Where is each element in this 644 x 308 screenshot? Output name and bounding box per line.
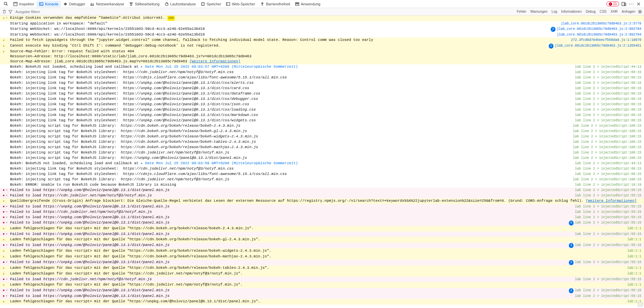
console-row[interactable]: Laden fehlgeschlagen für das <script> mi…: [0, 248, 644, 254]
console-row[interactable]: Bokeh: injecting script tag for BokehJS …: [0, 177, 644, 182]
console-row[interactable]: Bokeh: injecting script tag for BokehJS …: [0, 150, 644, 156]
source-location[interactable]: lab line 2 > injectedScript:55:15: [575, 205, 641, 208]
console-row[interactable]: Laden fehlgeschlagen für das <script> mi…: [0, 271, 644, 277]
source-location[interactable]: lab line 2 > injectedScript:66:15: [575, 76, 641, 79]
expand-arrow[interactable]: [6, 15, 9, 21]
tab-debugger[interactable]: Debugger: [61, 1, 88, 7]
expand-arrow[interactable]: [6, 193, 9, 198]
tab-pick[interactable]: [1, 1, 11, 7]
source-location[interactable]: lab line 2 > injectedScript:106:15: [573, 135, 641, 138]
tab-anwend[interactable]: Anwendung: [292, 1, 323, 7]
source-location[interactable]: lab line 2 > injectedScript:55:15: [575, 215, 641, 219]
console-row[interactable]: Bokeh: injecting link tag for BokehJS st…: [0, 75, 644, 80]
console-row[interactable]: Laden fehlgeschlagen für das <script> mi…: [0, 299, 644, 305]
filter-btn-anfragen[interactable]: Anfragen: [620, 9, 637, 14]
console-row[interactable]: Bokeh: injecting link tag for BokehJS st…: [0, 166, 644, 172]
console-row[interactable]: Quellübergreifende (Cross-Origin) Anfrag…: [0, 198, 644, 204]
console-row[interactable]: Laden fehlgeschlagen für das <script> mi…: [0, 254, 644, 260]
source-location[interactable]: jlab_core.081dc2b13065c79d8463.js:2:9827…: [557, 33, 641, 37]
tab-stil[interactable]: Stilbearbeitung: [126, 1, 162, 7]
filter-btn-log[interactable]: Log: [549, 9, 559, 14]
console-row[interactable]: Bokeh: injecting link tag for BokehJS st…: [0, 172, 644, 177]
source-location[interactable]: lab line 2 > injectedScript:55:15: [575, 278, 641, 281]
console-row[interactable]: Starting application in workspace: "defa…: [0, 21, 644, 26]
tab-netz[interactable]: Netzwerkanalyse: [88, 1, 126, 7]
console-row[interactable]: Failed to load https://unpkg.com/@holovi…: [0, 188, 644, 193]
source-location[interactable]: lab line 2 > injectedScript:44:13: [575, 65, 641, 69]
tab-lauf[interactable]: Laufzeitanalyse: [162, 1, 198, 7]
console-row[interactable]: Einige Cookies verwenden das empfohlene …: [0, 15, 644, 21]
expand-arrow[interactable]: [6, 243, 9, 248]
console-row[interactable]: Bokeh: injecting link tag for BokehJS st…: [0, 91, 644, 97]
source-location[interactable]: lab line 2 > injectedScript:55:15: [575, 232, 641, 236]
error-count-pill[interactable]: !21: [606, 1, 619, 6]
expand-arrow[interactable]: [6, 294, 9, 299]
source-location[interactable]: jlab_core.081dc2b13065c79d8463.js:2:9827…: [557, 27, 641, 31]
expand-arrow[interactable]: [6, 209, 9, 214]
expand-arrow[interactable]: [6, 188, 9, 193]
console-output[interactable]: Einige Cookies verwenden das empfohlene …: [0, 15, 644, 308]
console-row[interactable]: Failed to load https://unpkg.com/@holovi…: [0, 232, 644, 237]
source-location[interactable]: jlab_core.081dc2b13065c79d8463.js:2:1355…: [555, 44, 641, 48]
filter-btn-css[interactable]: CSS: [598, 9, 609, 14]
console-row[interactable]: Failed to fetch ipywidgets through the "…: [0, 38, 644, 43]
source-location[interactable]: lab line 2 > injectedScript:66:15: [575, 103, 641, 106]
expand-arrow[interactable]: [6, 277, 9, 282]
console-row[interactable]: Source-Map-Fehler: Error: request failed…: [0, 49, 644, 64]
console-row[interactable]: Failed to load https://unpkg.com/@holovi…: [0, 288, 644, 294]
console-row[interactable]: Failed to load https://unpkg.com/@holovi…: [0, 294, 644, 299]
settings-icon[interactable]: [637, 9, 643, 14]
source-location[interactable]: lab line 2 > injectedScript:106:15: [573, 124, 641, 128]
console-row[interactable]: Laden fehlgeschlagen für das <script> mi…: [0, 282, 644, 288]
console-row[interactable]: Cannot execute key binding 'Ctrl Shift I…: [0, 43, 644, 49]
console-row[interactable]: Bokeh: injecting link tag for BokehJS st…: [0, 97, 644, 102]
expand-arrow[interactable]: [6, 204, 9, 209]
console-row[interactable]: Bokeh: ERROR: Unable to run BokehJS code…: [0, 182, 644, 188]
console-row[interactable]: Failed to load https://unpkg.com/@holovi…: [0, 220, 644, 226]
source-location[interactable]: lab line 2 > injectedScript:106:15: [573, 178, 641, 181]
source-location[interactable]: lab line 2 > injectedScript:55:15: [575, 260, 641, 264]
console-row[interactable]: Failed to load https://unpkg.com/@holovi…: [0, 204, 644, 209]
console-row[interactable]: Bokeh: injecting link tag for BokehJS st…: [0, 86, 644, 91]
source-location[interactable]: lab line 2 > injectedScript:55:15: [575, 194, 641, 197]
console-row[interactable]: Laden fehlgeschlagen für das <script> mi…: [0, 226, 644, 232]
expand-arrow[interactable]: [6, 232, 9, 237]
filter-btn-warnungen[interactable]: Warnungen: [528, 9, 549, 14]
source-location[interactable]: lab line 2 > injectedScript:106:15: [573, 151, 641, 155]
source-location[interactable]: lab line 2 > injectedScript:44:13: [575, 162, 641, 165]
filter-btn-informationen[interactable]: Informationen: [559, 9, 584, 14]
filter-btn-xhr[interactable]: XHR: [608, 9, 620, 14]
source-location[interactable]: lab line 2 > injectedScript:55:15: [575, 289, 641, 292]
expand-arrow[interactable]: [6, 215, 9, 220]
source-location[interactable]: lab line 2 > injectedScript:66:15: [575, 92, 641, 96]
tab-web[interactable]: Web-Speicher: [223, 1, 258, 7]
source-location[interactable]: lab:1:1: [627, 238, 641, 241]
filter-input[interactable]: [14, 9, 81, 14]
console-row[interactable]: Failed to load https://unpkg.com/@holovi…: [0, 243, 644, 248]
console-row[interactable]: Bokeh: injecting link tag for BokehJS st…: [0, 118, 644, 123]
source-location[interactable]: lab:1:1: [627, 266, 641, 270]
source-location[interactable]: lab:1:1: [627, 283, 641, 287]
close-icon[interactable]: [636, 1, 641, 7]
expand-arrow[interactable]: [6, 220, 9, 226]
source-location[interactable]: lab line 2 > injectedScript:66:15: [575, 172, 641, 176]
source-location[interactable]: lab line 2 > injectedScript:55:15: [575, 243, 641, 247]
source-location[interactable]: 272.3fcd6d7045eecfb56da8.js:1:10870: [571, 38, 641, 42]
source-location[interactable]: lab line 2 > injectedScript:66:15: [575, 108, 641, 112]
source-location[interactable]: lab line 2 > injectedScript:106:15: [573, 129, 641, 133]
console-row[interactable]: Bokeh: injecting script tag for BokehJS …: [0, 129, 644, 134]
more-icon[interactable]: [629, 1, 634, 7]
console-row[interactable]: Laden fehlgeschlagen für das <script> mi…: [0, 265, 644, 271]
console-row[interactable]: Failed to load https://cdn.jsdelivr.net/…: [0, 193, 644, 198]
console-row[interactable]: Bokeh: injecting link tag for BokehJS st…: [0, 102, 644, 107]
source-location[interactable]: lab line 2 > injectedScript:55:15: [575, 188, 641, 192]
source-location[interactable]: lab line 2 > injectedScript:106:15: [573, 140, 641, 144]
source-location[interactable]: lab line 2 > injectedScript:106:15: [573, 156, 641, 160]
more-info-link[interactable]: [Weitere Informationen]: [190, 59, 240, 63]
console-row[interactable]: Bokeh: BokehJS not loaded, scheduling lo…: [0, 64, 644, 70]
source-location[interactable]: lab line 2 > injectedScript:106:15: [573, 145, 641, 149]
source-location[interactable]: jlab_core.081dc2b13065c79d8463.js:2:5778: [561, 22, 641, 25]
source-location[interactable]: lab line 2 > injectedScript:66:15: [575, 113, 641, 117]
console-row[interactable]: Failed to load https://cdn.jsdelivr.net/…: [0, 209, 644, 215]
source-location[interactable]: lab:1:1: [627, 249, 641, 253]
